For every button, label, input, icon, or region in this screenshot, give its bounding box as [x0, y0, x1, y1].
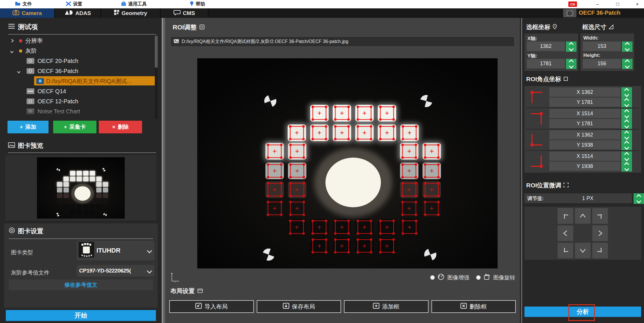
roi-canvas[interactable]	[197, 58, 498, 268]
tree-item-selected-file[interactable]: D:/lxy/RIQA相关文件/RIQA测试...	[0, 76, 158, 86]
menu-settings[interactable]: 设置	[66, 0, 82, 8]
delete-button[interactable]: × 删除	[99, 121, 142, 133]
nudge-up-right-button[interactable]	[592, 208, 608, 224]
tree-scrollbar[interactable]	[155, 36, 158, 119]
chevron-right-icon[interactable]	[10, 38, 14, 44]
height-stepper[interactable]	[622, 59, 632, 69]
enhance-toggle[interactable]	[430, 275, 435, 280]
corner-top-left-icon	[529, 89, 544, 106]
corner-y-stepper[interactable]	[621, 98, 632, 107]
gray-ref-dropdown[interactable]: CP197-YD-52220625(	[77, 265, 154, 277]
tree-item-oecf12[interactable]: OECF 12-Patch	[0, 96, 158, 106]
corner-y-stepper[interactable]	[621, 140, 632, 150]
modify-reference-button[interactable]: 修改参考值文	[9, 279, 153, 290]
nudge-left-button[interactable]	[558, 225, 573, 241]
close-button[interactable]: ×	[631, 0, 643, 8]
corner-y-stepper[interactable]	[621, 162, 632, 171]
gray-ref-label: 灰阶参考值文件	[11, 269, 49, 277]
x-axis-label: X轴:	[527, 35, 537, 42]
nudge-down-left-button[interactable]	[558, 243, 573, 258]
menu-tools[interactable]: 通用工具	[121, 0, 147, 8]
delete-box-button[interactable]: 删除框	[431, 300, 516, 313]
corner-x-stepper[interactable]	[621, 152, 632, 161]
corner-x-stepper[interactable]	[621, 109, 632, 119]
y-axis-input[interactable]: 1781	[527, 59, 565, 68]
corner-x-field[interactable]: X 1362	[549, 87, 620, 97]
menu-item-label: 设置	[73, 1, 82, 7]
capture-card-button[interactable]: + 采集卡	[53, 121, 96, 133]
corner-y-stepper[interactable]	[621, 119, 632, 129]
tree-item-resolution[interactable]: 分辨率	[0, 36, 158, 46]
chevron-down-icon[interactable]	[17, 69, 21, 76]
corner-x-field[interactable]: X 1514	[549, 109, 620, 118]
chart-type-dropdown[interactable]: ITUHDR	[77, 241, 154, 260]
language-badge[interactable]: CN	[568, 1, 577, 7]
menu-item-label: 通用工具	[128, 1, 147, 7]
left-panel: 测试项 分辨率 灰阶 OECF 20-Patch OECF 36-Patch	[0, 18, 162, 323]
menu-help[interactable]: 帮助	[190, 0, 205, 8]
import-layout-button[interactable]: 导入布局	[169, 300, 254, 313]
nudge-value-bar: 调节值: 1 PX	[524, 193, 632, 203]
tools-icon	[66, 1, 71, 7]
x-axis-stepper[interactable]	[566, 42, 576, 52]
panel-list-icon	[200, 24, 204, 31]
minimize-button[interactable]: –	[591, 0, 604, 8]
selection-coords-header: 选框坐标	[526, 23, 557, 31]
tree-item-oecfq14[interactable]: OECF Q14	[0, 86, 158, 96]
width-input[interactable]: 153	[583, 42, 621, 51]
chevron-down-icon[interactable]	[10, 49, 14, 55]
center-panel: ROI调整 D:/lxy/RIQA相关文件/RIQA测试样图/2.灰阶/2.OE…	[165, 18, 520, 323]
tab-camera[interactable]: Camera	[0, 8, 55, 18]
tab-cms[interactable]: CMS	[161, 8, 209, 18]
corner-row-bottom-left: X 1362 Y 1938	[524, 130, 641, 150]
nudge-right-button[interactable]	[592, 225, 608, 241]
divider	[526, 107, 639, 108]
tab-bar: Camera ADAS Geometry CMS OECF 36-Patch	[0, 8, 644, 18]
nudge-value[interactable]: 1 PX	[544, 195, 632, 201]
nudge-down-button[interactable]	[575, 243, 591, 258]
corner-x-stepper[interactable]	[621, 87, 632, 97]
nudge-stepper[interactable]	[634, 193, 644, 204]
add-box-button[interactable]: 添加框	[344, 300, 429, 313]
tab-geometry[interactable]: Geometry	[101, 8, 161, 18]
corner-x-field[interactable]: X 1362	[549, 130, 620, 139]
nudge-up-button[interactable]	[575, 208, 591, 224]
y-axis-stepper[interactable]	[566, 59, 576, 69]
nudge-up-left-button[interactable]	[558, 208, 573, 224]
chart-icon	[27, 88, 34, 96]
roi-corners-title: ROI角点坐标	[526, 75, 561, 83]
scrollbar-thumb[interactable]	[155, 36, 158, 68]
corner-x-stepper[interactable]	[621, 130, 632, 140]
tree-item-oecf20[interactable]: OECF 20-Patch	[0, 56, 158, 66]
xy-coord-group: X轴: 1362 Y轴: 1781	[524, 33, 578, 71]
x-axis-input[interactable]: 1362	[527, 42, 565, 51]
tree-item-oecf36[interactable]: OECF 36-Patch	[0, 66, 158, 76]
chart-preview	[5, 155, 157, 221]
corner-y-field[interactable]: Y 1938	[549, 162, 620, 171]
save-layout-label: 保存布局	[292, 303, 315, 311]
start-button[interactable]: 开始	[6, 310, 156, 321]
roi-corners-panel: X 1362 Y 1781 X 1514 Y 1781 X 1362 Y 193…	[524, 86, 641, 173]
corner-row-bottom-right: X 1514 Y 1938	[524, 151, 641, 171]
chart-type-label: 图卡类型	[11, 249, 33, 256]
roi-nudge-title: ROI位置微调	[526, 181, 561, 189]
corner-y-field[interactable]: Y 1781	[549, 98, 620, 107]
tab-adas[interactable]: ADAS	[55, 8, 101, 18]
add-button[interactable]: + 添加	[8, 121, 49, 133]
status-dot-orange	[19, 49, 22, 53]
corner-y-field[interactable]: Y 1938	[549, 140, 620, 150]
save-layout-button[interactable]: 保存布局	[257, 300, 341, 313]
tree-item-grayscale[interactable]: 灰阶	[0, 46, 158, 56]
width-stepper[interactable]	[622, 42, 632, 52]
maximize-button[interactable]: □	[612, 0, 624, 8]
corner-x-field[interactable]: X 1514	[549, 152, 620, 161]
speech-bubble-icon	[174, 10, 180, 17]
tree-item-noise-chart[interactable]: Noise Test Chart	[0, 107, 158, 116]
selection-coords-title: 选框坐标	[526, 23, 550, 31]
menu-file[interactable]: 文件	[15, 0, 32, 8]
nudge-down-right-button[interactable]	[592, 243, 608, 258]
corner-y-field[interactable]: Y 1781	[549, 119, 620, 128]
height-input[interactable]: 156	[583, 59, 621, 68]
rotate-toggle[interactable]	[476, 275, 481, 280]
corner-bottom-left-icon	[529, 132, 544, 149]
